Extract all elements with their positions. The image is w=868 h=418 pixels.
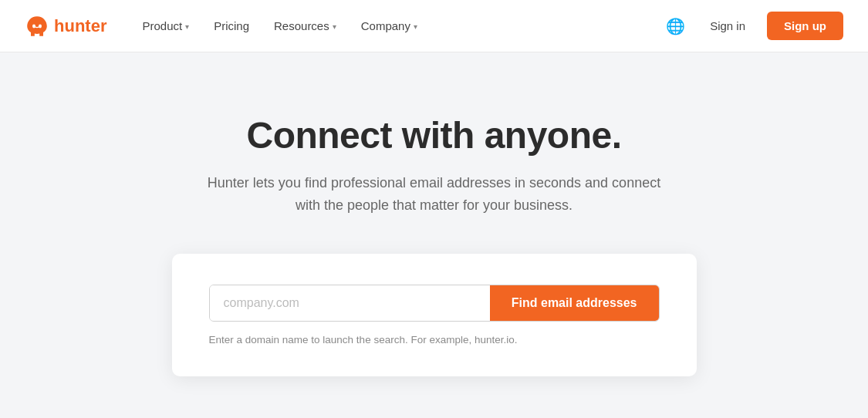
chevron-down-icon: ▾	[185, 22, 189, 31]
chevron-down-icon: ▾	[414, 22, 417, 31]
search-card: Find email addresses Enter a domain name…	[172, 254, 697, 376]
language-selector-button[interactable]: 🌐	[663, 14, 688, 39]
hero-section: Connect with anyone. Hunter lets you fin…	[0, 52, 868, 418]
search-hint: Enter a domain name to launch the search…	[209, 334, 660, 346]
nav-item-product[interactable]: Product ▾	[131, 13, 200, 39]
logo[interactable]: hunter	[25, 14, 106, 39]
hero-subtitle: Hunter lets you find professional email …	[195, 172, 674, 217]
nav-right: 🌐 Sign in Sign up	[663, 12, 843, 40]
nav-item-resources[interactable]: Resources ▾	[263, 13, 347, 39]
find-emails-button[interactable]: Find email addresses	[490, 285, 659, 321]
logo-text: hunter	[54, 16, 106, 36]
signin-link[interactable]: Sign in	[701, 13, 755, 39]
hunter-logo-icon	[25, 14, 49, 39]
navbar: hunter Product ▾ Pricing Resources ▾ Com…	[0, 0, 868, 52]
hero-title: Connect with anyone.	[246, 114, 621, 157]
globe-icon: 🌐	[666, 17, 685, 35]
domain-search-input[interactable]	[210, 285, 490, 321]
search-row: Find email addresses	[209, 285, 660, 322]
chevron-down-icon: ▾	[333, 22, 336, 31]
nav-item-pricing[interactable]: Pricing	[203, 13, 260, 39]
nav-links: Product ▾ Pricing Resources ▾ Company ▾	[131, 13, 663, 39]
signup-button[interactable]: Sign up	[767, 12, 843, 40]
nav-item-company[interactable]: Company ▾	[350, 13, 428, 39]
